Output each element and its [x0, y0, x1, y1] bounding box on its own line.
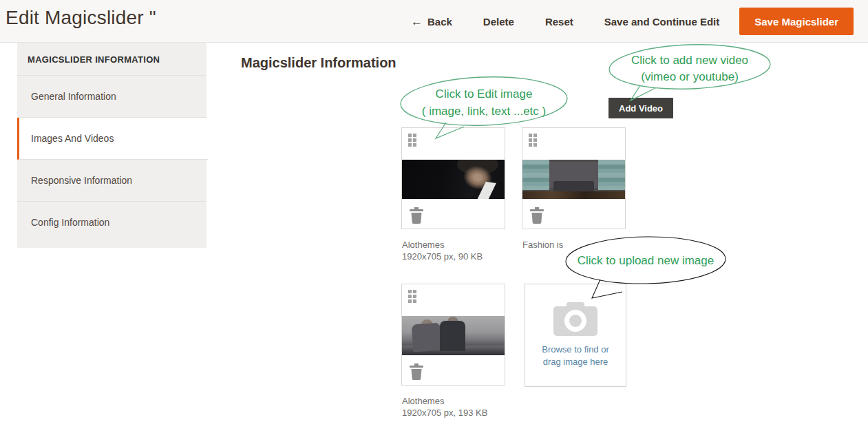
slide-card[interactable] [522, 127, 626, 229]
slide-title: Alothemes [402, 239, 483, 251]
slide-title: Fashion is [522, 239, 563, 251]
slide-caption: Fashion is [522, 239, 563, 251]
page-title: Edit Magicslider " [6, 7, 156, 29]
slide-title: Alothemes [402, 395, 487, 407]
sidebar-item-images-and-videos[interactable]: Images And Videos [17, 118, 208, 160]
sidebar-item-responsive-information[interactable]: Responsive Information [17, 160, 207, 202]
sidebar: MAGICSLIDER INFORMATION General Informat… [17, 43, 207, 248]
page-header: Edit Magicslider " ← Back Delete Reset S… [0, 0, 868, 43]
slide-thumbnail [522, 160, 625, 199]
add-video-annotation: Click to add new video (vimeo or youtube… [607, 52, 772, 85]
browse-link[interactable]: Browse to find or drag image here [537, 344, 614, 368]
drag-handle-icon[interactable] [408, 134, 416, 147]
save-continue-button[interactable]: Save and Continue Edit [604, 16, 720, 28]
back-label: Back [427, 16, 452, 28]
add-video-bubble [602, 41, 781, 107]
header-actions: ← Back Delete Reset Save and Continue Ed… [411, 0, 854, 43]
back-arrow-icon: ← [411, 16, 423, 28]
slide-card[interactable] [401, 284, 505, 386]
slide-meta: 1920x705 px, 193 KB [402, 407, 487, 419]
drag-handle-icon[interactable] [408, 290, 416, 303]
drag-handle-icon[interactable] [529, 134, 537, 147]
slide-thumbnail [402, 160, 505, 199]
sidebar-item-config-information[interactable]: Config Information [17, 202, 207, 243]
slide-thumbnail [402, 316, 505, 355]
back-button[interactable]: ← Back [411, 16, 452, 28]
slide-caption: Alothemes 1920x705 px, 90 KB [402, 239, 483, 262]
slide-card[interactable] [401, 127, 505, 229]
sidebar-header: MAGICSLIDER INFORMATION [17, 43, 207, 76]
add-video-button[interactable]: Add Video [608, 98, 673, 118]
slide-meta: 1920x705 px, 90 KB [402, 251, 483, 262]
reset-button[interactable]: Reset [545, 16, 573, 28]
camera-icon [553, 301, 598, 337]
section-heading: Magicslider Information [241, 55, 396, 71]
upload-image-annotation: Click to upload new image [566, 254, 726, 268]
trash-icon[interactable] [529, 207, 544, 224]
sidebar-item-general-information[interactable]: General Information [17, 76, 207, 118]
image-upload-dropzone[interactable]: Browse to find or drag image here [525, 284, 626, 387]
save-magicslider-button[interactable]: Save Magicslider [739, 8, 854, 35]
edit-image-annotation: Click to Edit image ( image, link, text … [401, 85, 567, 120]
trash-icon[interactable] [409, 207, 424, 224]
slide-caption: Alothemes 1920x705 px, 193 KB [402, 395, 487, 419]
delete-button[interactable]: Delete [483, 16, 514, 28]
edit-magicslider-page: Edit Magicslider " ← Back Delete Reset S… [0, 0, 868, 422]
trash-icon[interactable] [409, 363, 424, 381]
